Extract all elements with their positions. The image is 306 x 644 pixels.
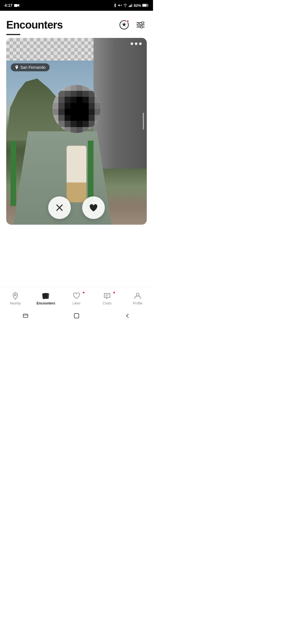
pixel-cell: [95, 103, 101, 109]
encounters-nav-icon: [42, 292, 50, 300]
scroll-indicator: [143, 113, 144, 130]
chats-nav-icon: [103, 292, 111, 300]
nav-item-chats[interactable]: Chats: [92, 292, 122, 305]
nav-item-nearby[interactable]: Nearby: [0, 292, 31, 305]
svg-rect-12: [148, 5, 148, 6]
status-time: 4:17: [5, 3, 12, 8]
filter-icon: [136, 20, 145, 30]
pixel-cell: [76, 91, 82, 97]
pixelated-face: [52, 85, 101, 133]
svg-point-20: [16, 66, 17, 67]
pass-button[interactable]: [48, 196, 71, 219]
pixel-cell: [58, 121, 64, 127]
header-underline: [6, 34, 20, 35]
pixel-cell: [71, 103, 76, 109]
signal-icon: [129, 4, 133, 7]
pixel-cell: [58, 109, 64, 115]
pixel-cell: [58, 103, 64, 109]
pixel-cell: [52, 103, 58, 109]
pixel-cell: [71, 127, 76, 133]
header-actions: [118, 19, 147, 31]
pixel-cell: [89, 103, 95, 109]
nearby-nav-label: Nearby: [10, 301, 21, 305]
svg-rect-0: [14, 4, 18, 7]
pixel-cell: [65, 97, 71, 103]
bottom-navigation: Nearby Encounters Likes: [0, 287, 153, 310]
profile-nav-icon: [133, 292, 142, 300]
svg-rect-8: [131, 5, 131, 7]
likes-badge: [82, 291, 85, 294]
like-icon: [88, 202, 99, 213]
pixel-cell: [76, 127, 82, 133]
encounters-nav-label: Encounters: [37, 301, 55, 305]
status-time-area: 4:17: [5, 3, 19, 8]
battery-percent: 82%: [134, 3, 141, 8]
pixel-cell: [89, 91, 95, 97]
pixel-cell: [71, 91, 76, 97]
like-button[interactable]: [82, 196, 105, 219]
pixel-cell: [82, 121, 88, 127]
pixel-cell: [71, 109, 76, 115]
pixel-cell: [76, 115, 82, 121]
pixel-cell: [71, 115, 76, 121]
profile-nav-label: Profile: [133, 301, 143, 305]
android-navbar: [0, 310, 153, 322]
nav-item-encounters[interactable]: Encounters: [31, 292, 61, 305]
mute-icon: [118, 3, 122, 7]
pixel-cell: [89, 109, 95, 115]
boost-button[interactable]: [118, 19, 130, 31]
pixel-cell: [82, 91, 88, 97]
pixel-cell: [65, 121, 71, 127]
nav-item-likes[interactable]: Likes: [61, 292, 92, 305]
android-home-button[interactable]: [71, 310, 82, 321]
svg-rect-26: [43, 293, 48, 299]
location-icon: [15, 65, 19, 70]
pixel-cell: [82, 115, 88, 121]
page-title: Encounters: [6, 19, 63, 31]
svg-rect-11: [143, 4, 146, 6]
likes-nav-label: Likes: [73, 301, 80, 305]
status-bar: 4:17 82%: [0, 0, 153, 11]
svg-point-18: [138, 24, 140, 26]
pixel-cell: [82, 109, 88, 115]
pixel-cell: [71, 85, 76, 91]
pixel-cell: [76, 121, 82, 127]
camera-icon: [14, 3, 19, 7]
pixel-cell: [89, 115, 95, 121]
bluetooth-icon: [113, 3, 117, 8]
svg-rect-32: [74, 314, 79, 318]
fence-left-scene: [10, 141, 16, 206]
boost-badge: [126, 20, 129, 23]
pixel-cell: [65, 109, 71, 115]
location-tag: San Fernando: [11, 63, 50, 71]
android-back-button[interactable]: [122, 310, 133, 321]
location-text: San Fernando: [20, 65, 46, 70]
pixel-cell: [58, 115, 64, 121]
chats-nav-label: Chats: [103, 301, 111, 305]
pixel-cell: [71, 121, 76, 127]
svg-rect-30: [23, 314, 28, 317]
pixel-cell: [95, 109, 101, 115]
pixel-cell: [65, 91, 71, 97]
pixel-cell: [71, 97, 76, 103]
svg-rect-7: [129, 5, 130, 7]
svg-point-17: [142, 22, 144, 24]
nav-item-profile[interactable]: Profile: [122, 292, 153, 305]
person-figure: [67, 146, 86, 202]
svg-rect-9: [131, 4, 132, 7]
profile-card[interactable]: San Fernando: [6, 38, 147, 225]
pixel-cell: [89, 97, 95, 103]
svg-point-29: [136, 293, 139, 296]
pixel-cell: [65, 115, 71, 121]
card-more-menu[interactable]: [131, 42, 142, 45]
pixel-cell: [76, 103, 82, 109]
pixel-cell: [52, 109, 58, 115]
android-recent-button[interactable]: [20, 310, 31, 321]
chats-badge: [113, 291, 116, 294]
person-torso: [67, 146, 86, 183]
filter-button[interactable]: [134, 19, 147, 31]
header: Encounters: [0, 11, 153, 34]
likes-nav-icon: [72, 292, 81, 300]
status-indicators: 82%: [113, 3, 148, 8]
wifi-icon: [123, 4, 128, 7]
